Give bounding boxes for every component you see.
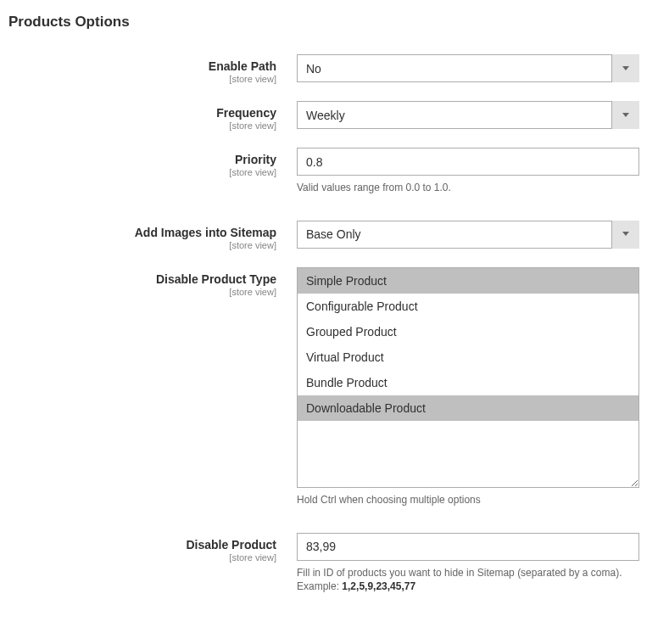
enable-path-label: Enable Path [8, 59, 276, 73]
add-images-select[interactable]: Base Only [297, 221, 639, 249]
priority-input[interactable] [297, 148, 639, 176]
enable-path-select[interactable]: No [297, 54, 639, 82]
scope-hint: [store view] [8, 74, 276, 84]
field-label-col: Frequency [store view] [8, 101, 297, 131]
field-row-priority: Priority [store view] Valid values range… [8, 148, 661, 195]
multiselect-option[interactable]: Grouped Product [298, 319, 638, 344]
add-images-label: Add Images into Sitemap [8, 226, 276, 239]
scope-hint: [store view] [8, 120, 276, 131]
enable-path-select-wrap: No [297, 54, 639, 82]
field-control-col: No [297, 54, 639, 82]
disable-product-hint-example: 1,2,5,9,23,45,77 [342, 580, 415, 592]
field-label-col: Disable Product Type [store view] [8, 267, 297, 297]
field-control-col: Valid values range from 0.0 to 1.0. [297, 148, 639, 195]
disable-product-label: Disable Product [8, 538, 276, 552]
scope-hint: [store view] [8, 167, 276, 177]
field-row-add-images: Add Images into Sitemap [store view] Bas… [8, 221, 661, 250]
field-row-disable-product-type: Disable Product Type [store view] Simple… [8, 267, 661, 507]
multiselect-option[interactable]: Configurable Product [298, 294, 638, 319]
multiselect-option[interactable]: Downloadable Product [298, 395, 638, 421]
field-row-disable-product: Disable Product [store view] Fill in ID … [8, 533, 661, 595]
field-control-col: Base Only [297, 221, 639, 249]
frequency-label: Frequency [8, 106, 276, 120]
field-label-col: Enable Path [store view] [8, 54, 297, 84]
scope-hint: [store view] [8, 240, 276, 250]
multiselect-option[interactable]: Simple Product [298, 268, 638, 294]
field-control-col: Simple ProductConfigurable ProductGroupe… [297, 267, 639, 507]
field-row-enable-path: Enable Path [store view] No [8, 54, 661, 84]
field-control-col: Fill in ID of products you want to hide … [297, 533, 639, 595]
priority-hint: Valid values range from 0.0 to 1.0. [297, 181, 639, 195]
priority-label: Priority [8, 153, 276, 166]
scope-hint: [store view] [8, 287, 276, 297]
multiselect-option[interactable]: Virtual Product [298, 344, 638, 370]
disable-product-type-multiselect[interactable]: Simple ProductConfigurable ProductGroupe… [297, 267, 639, 488]
section-title: Products Options [8, 14, 661, 31]
disable-product-type-label: Disable Product Type [8, 272, 276, 286]
disable-product-hint: Fill in ID of products you want to hide … [297, 566, 639, 595]
frequency-select[interactable]: Weekly [297, 101, 639, 129]
field-control-col: Weekly [297, 101, 639, 129]
field-label-col: Priority [store view] [8, 148, 297, 177]
disable-product-input[interactable] [297, 533, 639, 561]
field-label-col: Disable Product [store view] [8, 533, 297, 563]
disable-product-type-hint: Hold Ctrl when choosing multiple options [297, 493, 639, 507]
field-label-col: Add Images into Sitemap [store view] [8, 221, 297, 250]
field-row-frequency: Frequency [store view] Weekly [8, 101, 661, 131]
multiselect-option[interactable]: Bundle Product [298, 370, 638, 395]
scope-hint: [store view] [8, 552, 276, 563]
add-images-select-wrap: Base Only [297, 221, 639, 249]
frequency-select-wrap: Weekly [297, 101, 639, 129]
